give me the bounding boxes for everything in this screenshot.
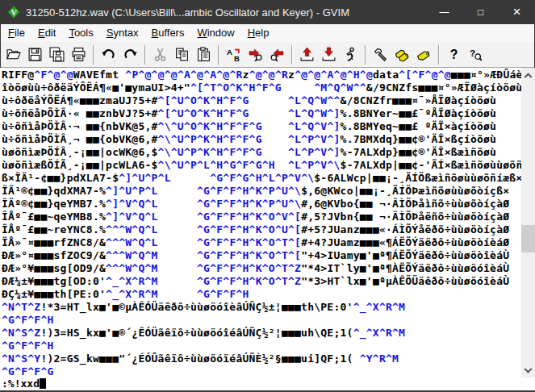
editor-row: ^N^T^Z!*3=HT_lx■'■©µÀÊÓÜäêðô÷ùùøöóîèâÚÑÇ… bbox=[2, 301, 521, 314]
minimize-button[interactable]: — bbox=[426, 0, 462, 24]
save-session-icon[interactable] bbox=[318, 44, 340, 65]
window-title: 31250-512hz.wav (C:\Users\Bill\...ambic … bbox=[26, 6, 426, 19]
editor-row: ^G^F^F^H bbox=[2, 314, 521, 327]
editor-row: ^G^F^F^H bbox=[2, 340, 521, 352]
command-line[interactable]: :%!xxd bbox=[0, 377, 535, 390]
toolbar-separator bbox=[365, 45, 366, 65]
menu-item-edit[interactable]: Edit bbox=[31, 24, 62, 42]
find-prev-icon[interactable] bbox=[266, 44, 288, 65]
chevron-down-icon bbox=[525, 365, 533, 373]
editor-row: ^N^S^Z!)3=HS_kx■'■®´¿ÊÓÜãêïô÷ùùøöóîéâÚÑÇ… bbox=[2, 327, 521, 340]
vim-logo-icon: V bbox=[6, 5, 21, 19]
menu-item-tools[interactable]: Tools bbox=[62, 24, 99, 42]
undo-icon[interactable] bbox=[98, 44, 119, 65]
save-all-icon[interactable] bbox=[46, 44, 68, 65]
scrollbar-up-button[interactable] bbox=[521, 68, 535, 81]
scrollbar-thumb[interactable] bbox=[521, 225, 535, 252]
editor-row: ùøõñìæÞÖÍÂ¸-¡■■|ocWK@6,$^\^U^P^K^H^F^F^G… bbox=[2, 146, 521, 159]
redo-icon[interactable] bbox=[119, 44, 141, 65]
make-icon[interactable] bbox=[370, 44, 391, 65]
editor[interactable]: RIFF@^F^@^@WAVEfmt ^P^@^@^@^A^@^A^@^Rz^@… bbox=[0, 68, 535, 390]
editor-row: ÎÄ¹®¢■■}qdXMA7-%^]^U^P^L ^G^F^F^H^K^P^U^… bbox=[2, 185, 521, 198]
toolbar-separator bbox=[291, 45, 293, 65]
editor-row: ÏÅ»¯¤■■■rfZNC8/&^^^W^Q^L ^G^F^F^H^K^O^T^… bbox=[2, 236, 521, 249]
maximize-button[interactable]: □ bbox=[462, 0, 499, 24]
editor-row: îòöøùù÷ôðëäÝÔËÁ¶«■'■ymaUI>4+"^[^T^O^K^H^… bbox=[2, 81, 521, 94]
editor-row: ^G^F^F^G bbox=[2, 365, 521, 378]
copy-icon[interactable] bbox=[171, 44, 193, 65]
editor-row: ÐÆ¼±¥■■■tg[OD:0'^_^X^R^M ^G^F^F^H^K^O^T^… bbox=[2, 275, 521, 288]
editor-row: ÐÆ»°¥■■■sg[OD9/&^^^W^Q^M ^G^F^F^H^K^O^T^… bbox=[2, 262, 521, 275]
text-cursor bbox=[40, 378, 46, 389]
jump-tag-icon[interactable] bbox=[413, 44, 435, 65]
menu-item-buffers[interactable]: Buffers bbox=[144, 24, 190, 42]
svg-text:?: ? bbox=[470, 48, 475, 58]
run-script-icon[interactable] bbox=[340, 44, 362, 65]
toolbar-separator bbox=[218, 45, 219, 65]
svg-text:B: B bbox=[234, 54, 240, 62]
menubar: FileEditToolsSyntaxBuffersWindowHelp bbox=[0, 24, 535, 42]
editor-row: ùøõñìæßÖÍÃ¸-¡■■|pcWLA6-$^\^U^P^L^H^G^F^G… bbox=[2, 159, 521, 172]
toolbar-separator bbox=[93, 45, 94, 65]
editor-row: ÐÇ¼±¥■■■th[PE:0'^_^X^R^M ^G^F^F^H bbox=[2, 288, 521, 301]
editor-row: ù÷õñìåÞÖÌÂ·¬ ■■{nbVK@5,#^\^U^O^K^H^F^F^G… bbox=[2, 120, 521, 133]
command-line-text: :%!xxd bbox=[2, 377, 40, 390]
load-session-icon[interactable] bbox=[296, 44, 318, 65]
svg-text:A: A bbox=[227, 48, 232, 56]
editor-row: ù÷õñëåÞÕÌÂ·« ■■znbVJ?5+#^[^U^O^K^H^F^G ^… bbox=[2, 107, 521, 120]
find-replace-icon[interactable]: AB bbox=[223, 44, 245, 65]
editor-row: ÎÅº¯£■■~qeYMB8.%^]^V^Q^L ^G^F^F^H^K^O^V^… bbox=[2, 211, 521, 223]
toolbar-separator bbox=[438, 45, 440, 65]
find-next-icon[interactable] bbox=[245, 44, 266, 65]
open-icon[interactable] bbox=[2, 44, 24, 65]
editor-text[interactable]: RIFF@^F^@^@WAVEfmt ^P^@^@^@^A^@^A^@^Rz^@… bbox=[0, 68, 521, 390]
menu-item-file[interactable]: File bbox=[2, 24, 31, 42]
gvim-window: V 31250-512hz.wav (C:\Users\Bill\...ambi… bbox=[0, 0, 535, 392]
paste-icon[interactable] bbox=[193, 44, 215, 65]
close-button[interactable]: × bbox=[499, 0, 535, 24]
editor-row: RIFF@^F^@^@WAVEfmt ^P^@^@^@^A^@^A^@^Rz^@… bbox=[2, 69, 521, 81]
editor-row: ^N^S^Y!)2=GS_kw■■■"´¿ÉÓÛãêïô÷ùùøöóïéâÚÑÈ… bbox=[2, 352, 521, 365]
help-icon[interactable]: ? bbox=[443, 44, 465, 65]
menu-item-help[interactable]: Help bbox=[241, 24, 276, 42]
editor-row: ÏÅº¯£■■~reYNC8.%^^^W^Q^L ^G^F^F^H^K^O^U^… bbox=[2, 223, 521, 236]
editor-row: ß×ÏÄ¹-¢■■}pdXLA7-$^]^U^P^L ^G^F^G^H^L^P^… bbox=[2, 172, 521, 185]
editor-row: ÐÆ»°¤■■■sfZOC9/&^^^W^Q^M ^G^F^F^H^K^O^T^… bbox=[2, 249, 521, 262]
cut-icon[interactable] bbox=[149, 44, 171, 65]
build-tags-icon[interactable] bbox=[391, 44, 413, 65]
titlebar[interactable]: V 31250-512hz.wav (C:\Users\Bill\...ambi… bbox=[0, 0, 535, 24]
svg-text:V: V bbox=[10, 7, 17, 17]
scrollbar-down-button[interactable] bbox=[521, 365, 535, 378]
svg-text:?: ? bbox=[450, 48, 458, 61]
menu-item-window[interactable]: Window bbox=[190, 24, 240, 42]
editor-row: ÎÄº®¢■■}qeYMB7.%^]^V^Q^L ^G^F^F^H^K^P^U^… bbox=[2, 198, 521, 211]
toolbar: AB?? bbox=[0, 42, 535, 68]
scrollbar[interactable] bbox=[521, 68, 535, 378]
editor-row: ù÷õñìåÞÖÌÂ¸¬ ■■{obVK@6,#^\^U^P^K^H^F^F^G… bbox=[2, 133, 521, 146]
print-icon[interactable] bbox=[68, 44, 90, 65]
editor-row: ù÷ôðëåÝÕËÁ¶«■■■zmaUJ?5+#^[^U^O^K^H^F^G ^… bbox=[2, 94, 521, 107]
save-icon[interactable] bbox=[24, 44, 46, 65]
toolbar-separator bbox=[144, 45, 146, 65]
find-help-icon[interactable]: ? bbox=[465, 44, 487, 65]
chevron-up-icon bbox=[525, 73, 533, 81]
menu-item-syntax[interactable]: Syntax bbox=[100, 24, 145, 42]
